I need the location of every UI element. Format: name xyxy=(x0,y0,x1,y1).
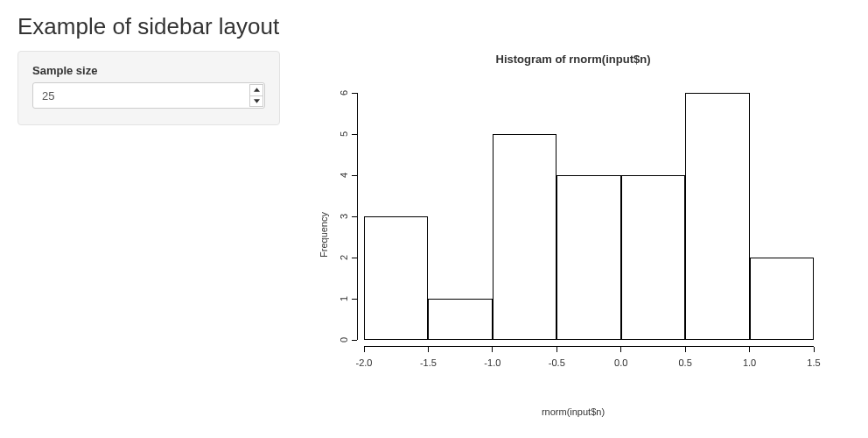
main-panel: Histogram of rnorm(input$n) Frequency rn… xyxy=(306,51,850,419)
tick-mark xyxy=(352,93,357,94)
histogram-bar xyxy=(556,175,620,340)
y-tick-label: 3 xyxy=(339,212,349,221)
y-tick-label: 4 xyxy=(339,171,349,180)
chevron-down-icon xyxy=(254,99,260,103)
y-axis-line xyxy=(357,93,358,340)
tick-mark xyxy=(364,347,365,352)
histogram-bar xyxy=(685,93,749,340)
sidebar-panel: Sample size xyxy=(18,51,280,125)
chevron-up-icon xyxy=(254,88,260,92)
y-tick-label: 5 xyxy=(339,130,349,138)
x-tick: 0.5 xyxy=(672,347,698,368)
x-axis-label: rnorm(input$n) xyxy=(306,406,840,417)
spinner-up-button[interactable] xyxy=(249,84,263,95)
sample-size-input-wrap xyxy=(32,82,265,109)
tick-mark xyxy=(352,340,357,341)
x-tick: -1.0 xyxy=(480,347,506,368)
y-tick: 4 xyxy=(334,170,357,180)
sample-size-label: Sample size xyxy=(32,64,265,77)
layout-row: Sample size Histogram of rnorm(input$n) … xyxy=(18,51,850,419)
y-tick: 0 xyxy=(334,335,357,345)
histogram-bar xyxy=(621,175,685,340)
histogram-plot: Histogram of rnorm(input$n) Frequency rn… xyxy=(306,51,840,419)
svg-marker-0 xyxy=(254,88,260,92)
histogram-bar xyxy=(364,216,428,340)
y-tick: 2 xyxy=(334,252,357,263)
page-title: Example of sidebar layout xyxy=(18,13,850,40)
x-tick-label: 0.5 xyxy=(678,357,691,368)
x-tick-label: -1.5 xyxy=(420,357,437,368)
y-tick-label: 0 xyxy=(339,336,349,344)
svg-marker-1 xyxy=(254,99,260,102)
x-tick-label: 1.0 xyxy=(743,357,756,368)
plot-title: Histogram of rnorm(input$n) xyxy=(306,53,840,66)
tick-mark xyxy=(352,216,357,217)
histogram-bar xyxy=(493,134,556,340)
x-tick-label: -2.0 xyxy=(356,357,373,368)
y-tick-label: 2 xyxy=(339,253,349,262)
tick-mark xyxy=(428,347,429,352)
x-tick: 1.5 xyxy=(801,347,827,368)
tick-mark xyxy=(556,347,557,352)
y-tick: 1 xyxy=(334,293,357,304)
y-tick-label: 1 xyxy=(339,294,349,303)
x-tick: 0.0 xyxy=(608,347,634,368)
x-tick: -0.5 xyxy=(543,347,570,368)
x-tick-label: 1.5 xyxy=(807,357,820,368)
y-tick: 6 xyxy=(334,88,357,98)
tick-mark xyxy=(352,258,357,258)
tick-mark xyxy=(749,347,750,352)
x-tick-label: -0.5 xyxy=(549,357,565,368)
spinner-down-button[interactable] xyxy=(249,95,263,108)
x-tick: -2.0 xyxy=(351,347,377,368)
tick-mark xyxy=(352,299,357,300)
plot-area: -2.0-1.5-1.0-0.50.00.51.01.50123456 xyxy=(357,93,821,347)
x-tick: -1.5 xyxy=(415,347,441,368)
tick-mark xyxy=(352,134,357,135)
histogram-bar xyxy=(428,299,492,340)
y-axis-label: Frequency xyxy=(318,212,329,258)
tick-mark xyxy=(814,347,815,352)
x-tick-label: -1.0 xyxy=(484,357,500,368)
tick-mark xyxy=(685,347,686,352)
x-tick-label: 0.0 xyxy=(614,357,627,368)
y-tick-label: 6 xyxy=(339,88,349,97)
sample-size-input[interactable] xyxy=(32,82,265,109)
sample-size-spinners xyxy=(249,84,263,107)
y-tick: 3 xyxy=(334,211,357,222)
histogram-bar xyxy=(750,258,814,340)
x-tick: 1.0 xyxy=(737,347,763,368)
tick-mark xyxy=(620,347,621,352)
y-tick: 5 xyxy=(334,129,357,139)
tick-mark xyxy=(492,347,493,352)
tick-mark xyxy=(352,175,357,176)
